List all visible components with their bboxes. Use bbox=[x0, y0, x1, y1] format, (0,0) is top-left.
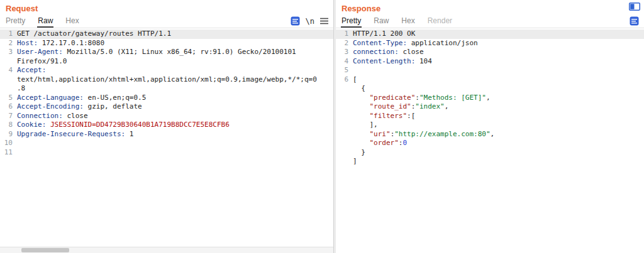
layout-columns-icon[interactable] bbox=[629, 3, 640, 11]
line-text: "route_id":"index", bbox=[353, 102, 448, 112]
line-text: [ bbox=[353, 75, 357, 85]
code-line: 11 bbox=[0, 148, 333, 158]
code-token: : bbox=[415, 94, 419, 102]
code-token: "order" bbox=[370, 139, 399, 147]
code-token: "Methods: [GET]" bbox=[419, 94, 486, 102]
code-token: "filters" bbox=[370, 112, 408, 120]
line-number: 7 bbox=[0, 112, 13, 121]
code-line: text/html,application/xhtml+xml,applicat… bbox=[0, 75, 333, 85]
code-line: 6[ bbox=[336, 75, 644, 85]
line-number: 3 bbox=[0, 48, 13, 57]
menu-icon[interactable] bbox=[320, 18, 328, 24]
request-tab-hex[interactable]: Hex bbox=[65, 16, 79, 28]
request-editor[interactable]: 1GET /actuator/gateway/routes HTTP/1.12H… bbox=[0, 28, 333, 157]
response-title: Response bbox=[336, 0, 644, 14]
code-token: 1 bbox=[125, 130, 133, 138]
code-token: :[ bbox=[407, 112, 415, 120]
line-number bbox=[336, 121, 348, 130]
code-line: Firefox/91.0 bbox=[0, 57, 333, 67]
line-number: 9 bbox=[0, 130, 13, 139]
line-text: Accept: bbox=[17, 66, 46, 75]
code-line: 5Accept-Language: en-US,en;q=0.5 bbox=[0, 94, 333, 103]
code-token bbox=[353, 112, 370, 120]
code-line: { bbox=[336, 84, 644, 94]
code-token: HTTP/1.1 200 OK bbox=[353, 30, 415, 38]
line-text: ], bbox=[353, 121, 378, 130]
code-token: } bbox=[353, 148, 365, 156]
code-line: 7Connection: close bbox=[0, 112, 333, 121]
code-token: Mozilla/5.0 (X11; Linux x86_64; rv:91.0)… bbox=[63, 48, 296, 56]
code-line: 1HTTP/1.1 200 OK bbox=[336, 30, 644, 39]
line-text: "filters":[ bbox=[353, 112, 415, 121]
line-text: Content-Type: application/json bbox=[353, 39, 478, 48]
code-line: "order":0 bbox=[336, 139, 644, 148]
response-tab-pretty[interactable]: Pretty bbox=[341, 16, 362, 28]
code-token: Upgrade-Insecure-Requests: bbox=[17, 130, 125, 138]
code-token: Firefox/91.0 bbox=[17, 57, 67, 65]
code-line: 9Upgrade-Insecure-Requests: 1 bbox=[0, 130, 333, 139]
line-text: "order":0 bbox=[353, 139, 407, 148]
code-line: 2Content-Type: application/json bbox=[336, 39, 644, 48]
line-text: Connection: close bbox=[17, 112, 88, 121]
line-number: 6 bbox=[0, 102, 13, 112]
pretty-print-icon[interactable] bbox=[291, 16, 300, 26]
code-token: text/html,application/xhtml+xml,applicat… bbox=[17, 75, 317, 83]
line-text: Accept-Encoding: gzip, deflate bbox=[17, 102, 142, 112]
scrollbar-thumb[interactable] bbox=[21, 248, 69, 252]
code-token: User-Agent: bbox=[17, 48, 63, 56]
code-token: 0 bbox=[402, 139, 407, 147]
line-text: Content-Length: 104 bbox=[353, 57, 432, 67]
code-token: ] bbox=[353, 157, 357, 165]
code-line: "filters":[ bbox=[336, 112, 644, 121]
line-text: text/html,application/xhtml+xml,applicat… bbox=[17, 75, 317, 85]
code-token: GET /actuator/gateway/routes HTTP/1.1 bbox=[17, 30, 171, 38]
line-number: 10 bbox=[0, 139, 13, 148]
code-token: Host: bbox=[17, 39, 38, 47]
code-token: application/json bbox=[407, 39, 478, 47]
line-number: 3 bbox=[336, 48, 348, 57]
response-tab-hex[interactable]: Hex bbox=[401, 16, 415, 28]
line-number bbox=[336, 84, 348, 94]
code-token: close bbox=[63, 112, 88, 120]
code-token: "http://example.com:80" bbox=[394, 130, 490, 138]
request-title: Request bbox=[0, 0, 333, 14]
line-number: 2 bbox=[0, 39, 13, 48]
line-number bbox=[336, 130, 348, 139]
line-text: HTTP/1.1 200 OK bbox=[353, 30, 415, 39]
line-text: ] bbox=[353, 157, 357, 166]
line-text: .8 bbox=[17, 84, 25, 94]
line-text: connection: close bbox=[353, 48, 424, 57]
code-line: 1GET /actuator/gateway/routes HTTP/1.1 bbox=[0, 30, 333, 39]
http-message-viewer: Request PrettyRawHex \n 1GET /actuator/g… bbox=[0, 0, 644, 253]
code-token: gzip, deflate bbox=[84, 102, 142, 110]
line-text: Firefox/91.0 bbox=[17, 57, 67, 67]
response-editor[interactable]: 1HTTP/1.1 200 OK2Content-Type: applicati… bbox=[336, 28, 644, 166]
code-token: , bbox=[445, 102, 449, 110]
line-number bbox=[336, 139, 348, 148]
request-tab-raw[interactable]: Raw bbox=[37, 16, 53, 28]
code-token: 172.17.0.1:8080 bbox=[38, 39, 104, 47]
code-line: 4Content-Length: 104 bbox=[336, 57, 644, 67]
code-token: ], bbox=[353, 121, 378, 129]
line-text: Cookie: JSESSIONID=DD4729B30640B1A719B8D… bbox=[17, 121, 230, 130]
line-number bbox=[0, 75, 13, 85]
line-number bbox=[0, 84, 13, 94]
request-tab-pretty[interactable]: Pretty bbox=[5, 16, 26, 28]
code-token: "uri" bbox=[370, 130, 391, 138]
newline-toggle-icon[interactable]: \n bbox=[306, 18, 314, 25]
code-token: "route_id" bbox=[370, 102, 411, 110]
code-line: 10 bbox=[0, 139, 333, 148]
code-token: { bbox=[353, 84, 365, 92]
line-number bbox=[336, 157, 348, 166]
line-text: { bbox=[353, 84, 365, 94]
code-token bbox=[46, 121, 50, 129]
line-number: 1 bbox=[0, 30, 13, 39]
code-line: 5 bbox=[336, 66, 644, 75]
request-horizontal-scrollbar[interactable] bbox=[0, 247, 333, 253]
line-text: } bbox=[353, 148, 365, 158]
response-tab-raw[interactable]: Raw bbox=[373, 16, 389, 28]
code-token: "predicate" bbox=[370, 94, 416, 102]
pretty-print-icon[interactable] bbox=[630, 16, 639, 26]
response-tab-render[interactable]: Render bbox=[427, 16, 453, 28]
code-token: Cookie: bbox=[17, 121, 46, 129]
